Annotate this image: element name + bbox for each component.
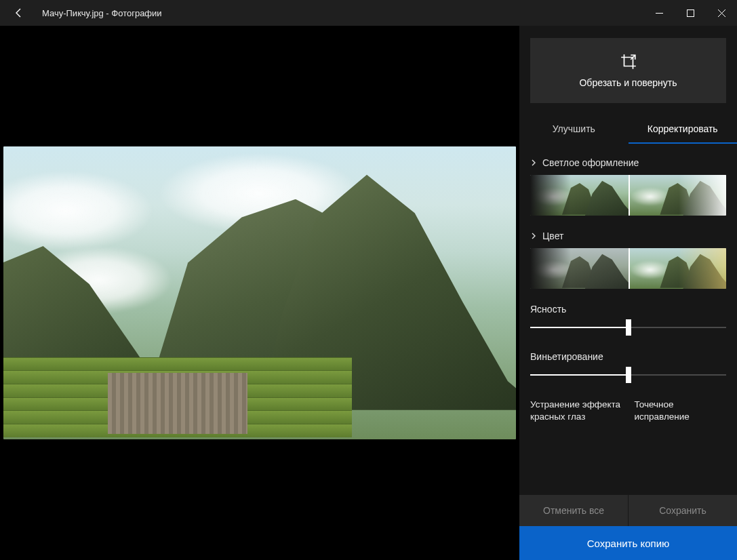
maximize-button[interactable]: [675, 0, 706, 26]
save-copy-button[interactable]: Сохранить копию: [519, 526, 737, 560]
close-icon: [718, 9, 725, 17]
close-button[interactable]: [706, 0, 737, 26]
clarity-slider-thumb[interactable]: [626, 319, 631, 336]
title-bar: Мачу-Пикчу.jpg - Фотографии: [0, 0, 737, 26]
color-preview-slider[interactable]: [530, 248, 726, 289]
crop-rotate-label: Обрезать и повернуть: [579, 77, 677, 88]
minimize-icon: [656, 9, 663, 17]
chevron-right-icon: [530, 159, 537, 166]
color-split-handle[interactable]: [629, 248, 630, 289]
red-eye-tool[interactable]: Устранение эффекта красных глаз: [530, 399, 622, 423]
image-canvas[interactable]: [0, 26, 519, 560]
light-split-handle[interactable]: [629, 175, 630, 216]
clarity-label: Ясность: [530, 304, 726, 315]
chevron-right-icon: [530, 233, 537, 239]
panel-footer: Отменить все Сохранить Сохранить копию: [519, 495, 737, 560]
light-preview-slider[interactable]: [530, 175, 726, 216]
undo-all-button[interactable]: Отменить все: [519, 495, 628, 526]
section-light-header[interactable]: Светлое оформление: [530, 157, 726, 168]
section-light-label: Светлое оформление: [542, 157, 639, 168]
window-title: Мачу-Пикчу.jpg - Фотографии: [38, 8, 162, 18]
minimize-button[interactable]: [643, 0, 675, 26]
clarity-slider[interactable]: [530, 321, 726, 334]
svg-rect-1: [687, 9, 694, 16]
crop-rotate-button[interactable]: Обрезать и повернуть: [530, 38, 726, 103]
vignette-slider-thumb[interactable]: [626, 367, 631, 383]
edited-photo: [3, 146, 516, 439]
save-button[interactable]: Сохранить: [628, 495, 737, 526]
tab-adjust[interactable]: Корректировать: [629, 117, 738, 144]
maximize-icon: [687, 9, 694, 17]
section-color-label: Цвет: [542, 231, 563, 241]
vignette-slider[interactable]: [530, 369, 726, 381]
back-button[interactable]: [0, 0, 38, 26]
section-color-header[interactable]: Цвет: [530, 231, 726, 241]
vignette-label: Виньетирование: [530, 351, 726, 362]
spot-fix-tool[interactable]: Точечное исправление: [635, 399, 727, 423]
edit-tabs: Улучшить Корректировать: [519, 117, 737, 144]
crop-icon: [620, 53, 637, 71]
tab-enhance[interactable]: Улучшить: [519, 117, 629, 144]
edit-panel: Обрезать и повернуть Улучшить Корректиро…: [519, 26, 737, 560]
arrow-left-icon: [14, 7, 24, 18]
